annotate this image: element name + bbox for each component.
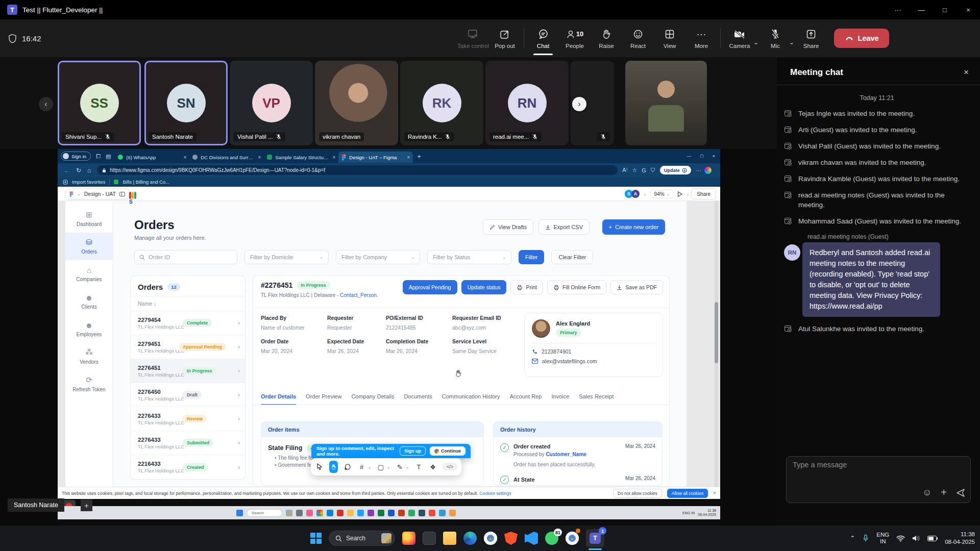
inner-app-icon[interactable] [327,510,333,516]
pen-tool-icon[interactable]: ✎ [395,461,404,473]
sidebar-item-clients[interactable]: ☻ Clients [65,288,113,315]
frame-tool-icon[interactable]: # [357,461,366,473]
browser-close-icon[interactable]: × [713,154,715,159]
send-icon[interactable] [956,488,965,497]
figma-share-button[interactable]: Share [691,188,716,199]
save-as-pdf-button[interactable]: Save as PDF [610,280,663,294]
tray-mic-icon[interactable] [862,534,869,543]
strip-prev-button[interactable]: ‹ [39,97,53,111]
tab-order-details[interactable]: Order Details [261,393,296,405]
shape-tool-icon[interactable]: ▢ [376,461,385,473]
sidebar-item-companies[interactable]: ⌂ Companies [65,260,113,288]
chat-button[interactable]: Chat [527,20,559,56]
favorite-star-icon[interactable]: ☆ [632,167,637,173]
hand-tool-icon[interactable] [329,461,338,473]
bills-favorite-link[interactable]: Bills | Billing and Co... [122,179,169,185]
back-icon[interactable]: ← [64,167,70,174]
tab-sales-receipt[interactable]: Sales Receipt [579,393,614,405]
column-header[interactable]: Name ↓ [131,296,245,311]
inner-app-icon[interactable] [306,510,313,516]
sidebar-item-vendors[interactable]: ⁂ Vendors [65,343,113,370]
figma-signup-button[interactable]: Sign up [400,446,426,456]
filter-company-select[interactable]: Filter by Company ⌄ [336,250,420,264]
component-tool-icon[interactable]: ❖ [428,461,437,473]
text-tool-icon[interactable]: T [414,461,424,473]
order-row[interactable]: 2276450TL Flex Holdings LLC Draft › [131,383,245,407]
language-indicator[interactable]: ENGIN [876,532,889,545]
raise-button[interactable]: Raise [591,20,622,56]
browser-tab-active[interactable]: Design - UAT – Figma × [338,152,413,163]
move-tool-icon[interactable] [315,461,324,473]
browser-update-button[interactable]: Update [660,166,691,174]
window-overflow-button[interactable]: ··· [886,0,910,19]
more-button[interactable]: ··· More [685,20,717,56]
inner-app-icon[interactable] [357,510,364,516]
filter-apply-button[interactable]: Filter [519,250,544,264]
inner-app-icon[interactable] [368,510,374,516]
contact-person-link[interactable]: Contact_Person. [340,292,378,298]
inner-app-icon[interactable] [449,510,456,516]
sidebar-item-orders[interactable]: ⛁ Orders [65,233,113,260]
tab-close-icon[interactable]: × [258,155,261,160]
filter-domicile-select[interactable]: Filter by Domicile ⌄ [244,250,329,264]
contact-email[interactable]: alex@vstatefilings.com [542,358,597,364]
figma-file-pill[interactable]: ⌄ Design - UAT [65,188,130,199]
presenter-pin-button[interactable]: + [81,499,92,511]
contact-phone[interactable]: 2123874901 [542,348,571,355]
tab-company-details[interactable]: Company Details [351,393,394,405]
chevron-down-icon[interactable]: ⌄ [686,192,690,196]
sidebar-item-dashboard[interactable]: ⊞ Dashboard [65,205,113,233]
inner-app-icon[interactable] [347,510,354,516]
chat-close-icon[interactable]: × [964,67,969,78]
video-tile-camera-on[interactable]: vikram chavan [315,61,398,145]
tab-invoice[interactable]: Invoice [551,393,569,405]
import-favorites-link[interactable]: Import favorites [72,179,105,185]
battery-icon[interactable] [927,536,938,541]
tab-close-icon[interactable]: × [332,155,335,160]
whatsapp-icon[interactable]: 81 [545,532,558,545]
inner-app-icon[interactable] [388,510,395,516]
camera-button[interactable]: Camera [724,20,755,56]
chrome-profile-icon[interactable] [566,532,579,545]
present-icon[interactable] [677,191,682,197]
collaborator-avatar[interactable]: A [631,190,640,198]
teams-taskbar-icon[interactable]: T 1 [586,529,604,547]
favorites-bar-icon[interactable]: ⛉ [651,167,655,173]
page-scrollbar-thumb[interactable] [715,302,718,363]
order-id-search[interactable] [134,250,237,264]
chevron-down-icon[interactable]: ⌄ [368,465,371,469]
order-row[interactable]: 2276433TL Flex Holdings LLC Submitted › [131,431,245,455]
order-row[interactable]: 2279451TL Flex Holdings LLC Approval Pen… [131,335,245,359]
reload-icon[interactable]: ↻ [76,167,81,174]
order-id-input[interactable] [149,254,230,260]
browser-minimize-icon[interactable]: — [687,154,691,159]
view-drafts-button[interactable]: View Drafts [483,219,533,235]
chevron-down-icon[interactable]: ⌄ [643,192,647,196]
video-tile[interactable]: RK Ravindra K... [400,61,483,145]
chevron-down-icon[interactable]: ⌄ [406,465,409,469]
people-button[interactable]: 10 People [559,20,591,56]
strip-next-button[interactable]: › [572,97,586,111]
inner-app-icon[interactable] [408,510,415,516]
allow-cookies-button[interactable]: Allow all cookies [667,489,708,498]
video-tile[interactable]: SS Shivani Sup... [58,61,141,145]
home-icon[interactable]: ⌂ [87,167,91,174]
video-tile-camera-on-large[interactable] [625,61,707,145]
chrome-icon[interactable] [484,532,497,545]
react-button[interactable]: React [622,20,654,56]
cookie-settings-link[interactable]: Cookies settings [479,491,511,496]
inner-app-icon[interactable] [296,510,303,516]
video-tile[interactable]: RN read.ai mee... [485,61,569,145]
edge-icon[interactable] [463,532,477,545]
inner-app-icon[interactable] [337,510,344,516]
chat-input-box[interactable]: ☺ + [786,456,971,503]
share-button[interactable]: Share [795,20,827,56]
approval-pending-button[interactable]: Approval Pending [403,280,457,294]
inner-start-icon[interactable] [236,510,243,516]
update-status-button[interactable]: Update status [461,280,507,294]
new-tab-button[interactable]: + [417,153,421,160]
video-tile[interactable]: VP Vishal Patil ... [230,61,313,145]
tab-close-icon[interactable]: × [183,155,186,160]
browser-tab[interactable]: (6) WhatsApp × [115,152,189,163]
window-maximize-button[interactable]: □ [933,0,957,19]
